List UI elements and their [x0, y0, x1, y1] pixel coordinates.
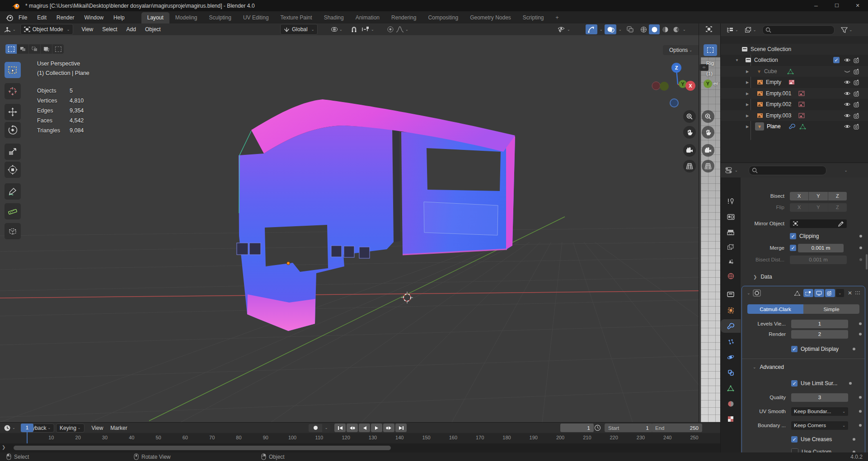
camera-visibility-icon[interactable] [854, 79, 861, 85]
menu-item[interactable]: Help [108, 11, 130, 23]
flip-y-button[interactable]: Y [809, 203, 828, 212]
hide-eye-icon[interactable] [844, 57, 851, 63]
mode-selector[interactable]: Object Mode ⌄ [20, 24, 74, 35]
strip-camera-button[interactable] [702, 144, 714, 157]
timeline-expand-icon[interactable]: ❯ [2, 445, 5, 450]
properties-search[interactable] [749, 166, 826, 175]
tool-select-box[interactable] [5, 62, 21, 78]
menu-item[interactable]: Window [79, 11, 108, 23]
viewport-canvas[interactable]: Y X Z [0, 23, 699, 422]
start-frame-field[interactable]: Start1 [605, 424, 652, 432]
camera-visibility-icon[interactable] [854, 124, 861, 130]
workspace-tab[interactable]: Layout [141, 12, 169, 23]
animate-dot[interactable] [859, 322, 862, 325]
tab-constraints[interactable] [721, 366, 741, 379]
workspace-tab[interactable]: Compositing [422, 12, 464, 23]
collection-checkbox[interactable]: ✓ [833, 57, 840, 63]
mirror-object-field[interactable] [790, 219, 847, 228]
play-reverse-button[interactable] [359, 424, 370, 432]
outliner-row-collection[interactable]: ▼ Collection ✓ [721, 55, 868, 65]
snap-toggle[interactable] [351, 26, 357, 33]
bisect-y-button[interactable]: Y [809, 192, 828, 200]
pan-button[interactable] [683, 126, 696, 139]
outliner-row-plane[interactable]: ▶ ▼ Plane [721, 121, 868, 132]
animate-dot[interactable] [849, 382, 852, 385]
uv-smooth-dropdown[interactable]: Keep Boundar...⌄ [791, 407, 848, 416]
properties-options-dropdown[interactable]: ⌄ [845, 168, 848, 172]
flip-z-button[interactable]: Z [828, 203, 847, 212]
strip-tool-select-box[interactable] [704, 44, 717, 56]
viewport-menu-item[interactable]: Object [141, 26, 165, 33]
levels-field[interactable]: 1 [791, 320, 848, 328]
clipping-checkbox[interactable]: ✓ [790, 233, 796, 239]
workspace-tab[interactable]: Geometry Nodes [464, 12, 517, 23]
maximize-button[interactable]: ☐ [826, 0, 847, 11]
tab-output[interactable] [721, 226, 741, 239]
xray-toggle[interactable] [624, 24, 635, 34]
tool-rotate[interactable] [5, 122, 21, 138]
menu-item[interactable]: Render [52, 11, 79, 23]
quality-field[interactable]: 3 [791, 393, 848, 402]
strip-editor-icon[interactable] [705, 26, 713, 33]
tool-annotate[interactable] [5, 183, 21, 200]
hide-eye-closed-icon[interactable] [844, 69, 851, 74]
zoom-button[interactable] [683, 110, 696, 123]
shading-material-button[interactable] [660, 24, 671, 34]
outliner-row-empty-001[interactable]: ▶ Empty.001 [721, 88, 868, 99]
next-keyframe-button[interactable] [383, 424, 394, 432]
keying-dropdown[interactable]: ⌄ [322, 424, 330, 432]
tool-cursor[interactable] [5, 83, 21, 99]
close-button[interactable]: ✕ [847, 0, 868, 11]
tab-object-data[interactable] [721, 382, 741, 395]
keying-menu[interactable]: Keying⌄ [56, 424, 84, 433]
modifier-extras-dropdown[interactable]: ⌄ [836, 289, 844, 297]
tab-collection[interactable] [721, 287, 741, 301]
workspace-tab[interactable]: Animation [350, 12, 385, 23]
outliner-search[interactable] [762, 25, 835, 35]
select-mode-intersect[interactable] [52, 44, 64, 54]
outliner-row-cube[interactable]: ▶ ▼ Cube [721, 66, 868, 77]
camera-view-button[interactable] [683, 144, 696, 157]
shading-solid-button[interactable] [649, 24, 660, 34]
bisect-z-button[interactable]: Z [828, 192, 847, 200]
bisect-distance-field[interactable]: 0.001 m [790, 256, 847, 264]
gizmo-neg-x[interactable] [652, 82, 660, 90]
render-levels-field[interactable]: 2 [791, 330, 848, 339]
outliner-row-empty[interactable]: ▶ Empty [721, 77, 868, 88]
timeline-marker-menu[interactable]: Marker [107, 425, 131, 431]
hide-eye-icon[interactable] [844, 124, 851, 129]
camera-visibility-icon[interactable] [854, 69, 861, 75]
timeline-editor-type[interactable]: ⌄ [4, 424, 15, 432]
transform-orientation[interactable]: Global ⌄ [280, 24, 318, 35]
timeline-ruler[interactable]: 1020304050607080901001101201301401501601… [0, 433, 720, 443]
workspace-tab[interactable]: + [550, 12, 565, 23]
hide-eye-icon[interactable] [844, 102, 851, 107]
use-creases-checkbox[interactable]: ✓ [791, 436, 798, 442]
overlays-toggle[interactable] [605, 24, 616, 34]
hide-eye-icon[interactable] [844, 91, 851, 96]
viewport-menu-item[interactable]: View [77, 26, 98, 33]
tool-measure[interactable] [5, 203, 21, 219]
gizmo-neg-y[interactable] [660, 82, 669, 91]
snap-settings[interactable]: ⌄ [361, 26, 374, 33]
hide-eye-icon[interactable] [844, 113, 851, 118]
optimal-display-checkbox[interactable]: ✓ [791, 346, 798, 352]
workspace-tab[interactable]: Rendering [385, 12, 422, 23]
use-preview-range-icon[interactable] [594, 424, 601, 431]
bus-model[interactable] [237, 99, 515, 331]
object-visibility-button[interactable]: ⌄ [557, 26, 570, 33]
realtime-display-toggle[interactable] [814, 289, 824, 297]
gizmos-dropdown[interactable]: ⌄ [600, 28, 603, 32]
expand-caret-icon[interactable]: ▼ [735, 58, 739, 62]
tab-modifiers-active[interactable] [721, 319, 741, 333]
tab-texture[interactable] [721, 412, 741, 426]
gizmos-toggle[interactable] [586, 24, 597, 34]
advanced-section-header[interactable]: ⌄ Advanced [742, 362, 865, 372]
tab-physics[interactable] [721, 350, 741, 364]
jump-to-end-button[interactable] [395, 424, 407, 432]
tab-world[interactable] [721, 269, 741, 283]
delete-modifier-button[interactable]: ✕ [848, 290, 852, 296]
viewport-menu-item[interactable]: Select [98, 26, 122, 33]
outliner-row-scene-collection[interactable]: Scene Collection [721, 44, 868, 55]
camera-visibility-icon[interactable] [854, 91, 861, 97]
